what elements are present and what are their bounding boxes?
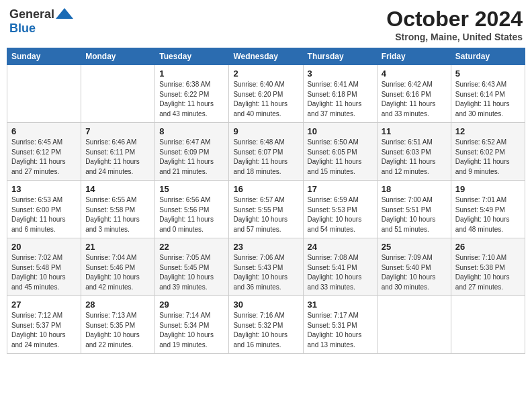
cell-info: Sunrise: 6:38 AM Sunset: 6:22 PM Dayligh…	[159, 80, 224, 119]
cell-info: Sunrise: 7:09 AM Sunset: 5:40 PM Dayligh…	[382, 253, 447, 292]
day-number: 23	[233, 242, 298, 252]
cell-info: Sunrise: 7:02 AM Sunset: 5:48 PM Dayligh…	[11, 253, 77, 292]
calendar-cell: 18Sunrise: 7:00 AM Sunset: 5:51 PM Dayli…	[377, 181, 451, 238]
day-number: 20	[11, 242, 77, 252]
calendar-cell	[81, 65, 155, 123]
location-text: Strong, Maine, United States	[386, 32, 523, 42]
calendar-cell: 9Sunrise: 6:48 AM Sunset: 6:07 PM Daylig…	[229, 123, 303, 181]
calendar-cell	[7, 65, 81, 123]
cell-info: Sunrise: 7:00 AM Sunset: 5:51 PM Dayligh…	[382, 195, 447, 234]
day-number: 11	[382, 126, 447, 136]
calendar-cell: 5Sunrise: 6:43 AM Sunset: 6:14 PM Daylig…	[451, 65, 525, 123]
cell-info: Sunrise: 6:52 AM Sunset: 6:02 PM Dayligh…	[455, 138, 521, 177]
calendar-cell: 25Sunrise: 7:09 AM Sunset: 5:40 PM Dayli…	[377, 238, 451, 296]
column-header-monday: Monday	[81, 48, 155, 65]
calendar-cell: 17Sunrise: 6:59 AM Sunset: 5:53 PM Dayli…	[303, 181, 377, 238]
day-number: 1	[159, 68, 224, 79]
cell-info: Sunrise: 7:10 AM Sunset: 5:38 PM Dayligh…	[455, 253, 521, 292]
day-number: 4	[382, 68, 447, 79]
day-number: 31	[308, 300, 373, 310]
cell-info: Sunrise: 6:47 AM Sunset: 6:09 PM Dayligh…	[159, 138, 224, 177]
logo-general-text: General	[9, 7, 54, 21]
cell-info: Sunrise: 7:14 AM Sunset: 5:34 PM Dayligh…	[159, 311, 224, 350]
day-number: 29	[159, 300, 224, 310]
cell-info: Sunrise: 7:08 AM Sunset: 5:41 PM Dayligh…	[308, 253, 373, 292]
day-number: 18	[382, 184, 447, 194]
day-number: 5	[455, 68, 521, 79]
calendar-cell: 26Sunrise: 7:10 AM Sunset: 5:38 PM Dayli…	[451, 238, 525, 296]
calendar-cell: 10Sunrise: 6:50 AM Sunset: 6:05 PM Dayli…	[303, 123, 377, 181]
day-number: 27	[11, 300, 77, 310]
calendar-cell: 20Sunrise: 7:02 AM Sunset: 5:48 PM Dayli…	[7, 238, 81, 296]
cell-info: Sunrise: 6:55 AM Sunset: 5:58 PM Dayligh…	[85, 195, 150, 234]
svg-marker-0	[56, 8, 73, 19]
calendar-cell: 29Sunrise: 7:14 AM Sunset: 5:34 PM Dayli…	[155, 296, 229, 354]
calendar-cell: 11Sunrise: 6:51 AM Sunset: 6:03 PM Dayli…	[377, 123, 451, 181]
cell-info: Sunrise: 7:06 AM Sunset: 5:43 PM Dayligh…	[233, 253, 298, 292]
cell-info: Sunrise: 7:04 AM Sunset: 5:46 PM Dayligh…	[85, 253, 150, 292]
day-number: 25	[382, 242, 447, 252]
day-number: 10	[308, 126, 373, 136]
calendar-cell: 31Sunrise: 7:17 AM Sunset: 5:31 PM Dayli…	[303, 296, 377, 354]
day-number: 13	[11, 184, 77, 194]
title-block: October 2024 Strong, Maine, United State…	[386, 7, 523, 42]
cell-info: Sunrise: 7:01 AM Sunset: 5:49 PM Dayligh…	[455, 195, 521, 234]
day-number: 2	[233, 68, 298, 79]
column-header-wednesday: Wednesday	[229, 48, 303, 65]
day-number: 14	[85, 184, 150, 194]
cell-info: Sunrise: 7:17 AM Sunset: 5:31 PM Dayligh…	[308, 311, 373, 350]
calendar-cell: 13Sunrise: 6:53 AM Sunset: 6:00 PM Dayli…	[7, 181, 81, 238]
calendar-cell: 14Sunrise: 6:55 AM Sunset: 5:58 PM Dayli…	[81, 181, 155, 238]
cell-info: Sunrise: 6:45 AM Sunset: 6:12 PM Dayligh…	[11, 138, 77, 177]
cell-info: Sunrise: 7:05 AM Sunset: 5:45 PM Dayligh…	[159, 253, 224, 292]
calendar-cell: 1Sunrise: 6:38 AM Sunset: 6:22 PM Daylig…	[155, 65, 229, 123]
calendar-cell: 12Sunrise: 6:52 AM Sunset: 6:02 PM Dayli…	[451, 123, 525, 181]
day-number: 28	[85, 300, 150, 310]
day-number: 3	[308, 68, 373, 79]
calendar-cell: 30Sunrise: 7:16 AM Sunset: 5:32 PM Dayli…	[229, 296, 303, 354]
cell-info: Sunrise: 6:40 AM Sunset: 6:20 PM Dayligh…	[233, 80, 298, 119]
calendar-cell: 6Sunrise: 6:45 AM Sunset: 6:12 PM Daylig…	[7, 123, 81, 181]
column-header-saturday: Saturday	[451, 48, 525, 65]
cell-info: Sunrise: 6:51 AM Sunset: 6:03 PM Dayligh…	[382, 138, 447, 177]
day-number: 9	[233, 126, 298, 136]
calendar-cell: 2Sunrise: 6:40 AM Sunset: 6:20 PM Daylig…	[229, 65, 303, 123]
calendar-cell: 21Sunrise: 7:04 AM Sunset: 5:46 PM Dayli…	[81, 238, 155, 296]
calendar-cell	[377, 296, 451, 354]
calendar-cell	[451, 296, 525, 354]
month-title: October 2024	[386, 7, 523, 32]
cell-info: Sunrise: 6:43 AM Sunset: 6:14 PM Dayligh…	[455, 80, 521, 119]
day-number: 22	[159, 242, 224, 252]
column-header-thursday: Thursday	[303, 48, 377, 65]
day-number: 21	[85, 242, 150, 252]
page-header: General Blue October 2024 Strong, Maine,…	[7, 7, 525, 42]
logo-blue-text: Blue	[9, 21, 36, 36]
cell-info: Sunrise: 6:56 AM Sunset: 5:56 PM Dayligh…	[159, 195, 224, 234]
calendar-cell: 28Sunrise: 7:13 AM Sunset: 5:35 PM Dayli…	[81, 296, 155, 354]
day-number: 6	[11, 126, 77, 136]
calendar-table: SundayMondayTuesdayWednesdayThursdayFrid…	[7, 48, 525, 354]
cell-info: Sunrise: 6:42 AM Sunset: 6:16 PM Dayligh…	[382, 80, 447, 119]
logo: General Blue	[9, 7, 75, 36]
cell-info: Sunrise: 6:41 AM Sunset: 6:18 PM Dayligh…	[308, 80, 373, 119]
day-number: 12	[455, 126, 521, 136]
calendar-cell: 16Sunrise: 6:57 AM Sunset: 5:55 PM Dayli…	[229, 181, 303, 238]
calendar-cell: 23Sunrise: 7:06 AM Sunset: 5:43 PM Dayli…	[229, 238, 303, 296]
day-number: 24	[308, 242, 373, 252]
cell-info: Sunrise: 7:13 AM Sunset: 5:35 PM Dayligh…	[85, 311, 150, 350]
column-header-tuesday: Tuesday	[155, 48, 229, 65]
day-number: 7	[85, 126, 150, 136]
calendar-cell: 7Sunrise: 6:46 AM Sunset: 6:11 PM Daylig…	[81, 123, 155, 181]
calendar-cell: 24Sunrise: 7:08 AM Sunset: 5:41 PM Dayli…	[303, 238, 377, 296]
cell-info: Sunrise: 6:53 AM Sunset: 6:00 PM Dayligh…	[11, 195, 77, 234]
logo-icon	[54, 7, 75, 21]
day-number: 8	[159, 126, 224, 136]
column-header-sunday: Sunday	[7, 48, 81, 65]
calendar-cell: 22Sunrise: 7:05 AM Sunset: 5:45 PM Dayli…	[155, 238, 229, 296]
calendar-cell: 8Sunrise: 6:47 AM Sunset: 6:09 PM Daylig…	[155, 123, 229, 181]
cell-info: Sunrise: 7:16 AM Sunset: 5:32 PM Dayligh…	[233, 311, 298, 350]
column-header-friday: Friday	[377, 48, 451, 65]
cell-info: Sunrise: 6:57 AM Sunset: 5:55 PM Dayligh…	[233, 195, 298, 234]
day-number: 16	[233, 184, 298, 194]
cell-info: Sunrise: 6:50 AM Sunset: 6:05 PM Dayligh…	[308, 138, 373, 177]
